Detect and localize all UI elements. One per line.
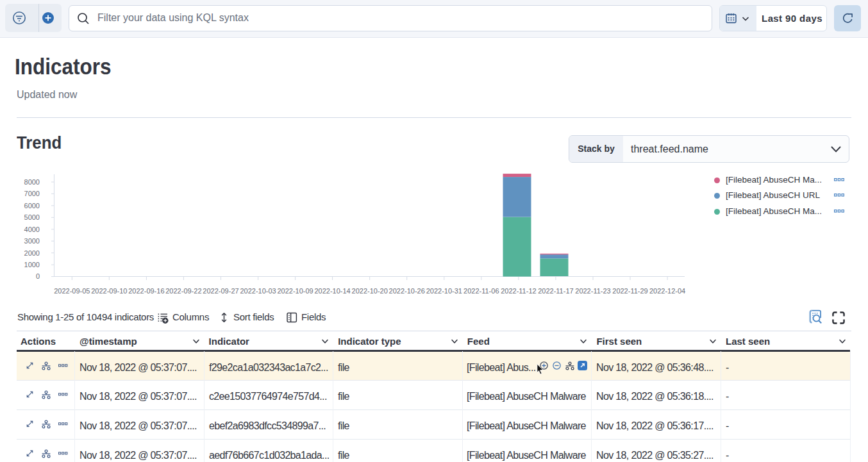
svg-text:2022-11-06: 2022-11-06 bbox=[463, 287, 499, 295]
svg-text:2022-09-27: 2022-09-27 bbox=[203, 287, 238, 295]
svg-text:2022-11-23: 2022-11-23 bbox=[575, 287, 610, 295]
svg-text:2022-12-04: 2022-12-04 bbox=[649, 287, 685, 295]
svg-text:2022-10-31: 2022-10-31 bbox=[426, 287, 462, 295]
svg-text:7000: 7000 bbox=[24, 190, 40, 197]
svg-text:2022-10-09: 2022-10-09 bbox=[277, 287, 313, 295]
svg-text:1000: 1000 bbox=[24, 261, 40, 268]
svg-text:2022-09-05: 2022-09-05 bbox=[54, 287, 90, 295]
svg-text:2022-10-03: 2022-10-03 bbox=[240, 287, 276, 295]
svg-text:5000: 5000 bbox=[24, 213, 40, 221]
svg-text:6000: 6000 bbox=[24, 202, 40, 210]
svg-text:2022-10-14: 2022-10-14 bbox=[314, 287, 350, 295]
svg-text:0: 0 bbox=[36, 272, 40, 280]
svg-text:2000: 2000 bbox=[24, 249, 40, 257]
svg-text:3000: 3000 bbox=[24, 237, 40, 245]
svg-text:2022-10-26: 2022-10-26 bbox=[389, 287, 425, 295]
svg-text:8000: 8000 bbox=[24, 178, 40, 186]
svg-text:2022-09-10: 2022-09-10 bbox=[91, 287, 127, 295]
svg-text:2022-11-12: 2022-11-12 bbox=[501, 287, 536, 295]
svg-text:2022-11-17: 2022-11-17 bbox=[538, 287, 573, 295]
svg-text:2022-11-29: 2022-11-29 bbox=[612, 287, 647, 295]
svg-text:2022-10-20: 2022-10-20 bbox=[352, 287, 388, 295]
svg-text:2022-09-16: 2022-09-16 bbox=[128, 287, 164, 295]
svg-text:4000: 4000 bbox=[24, 226, 40, 233]
svg-text:2022-09-22: 2022-09-22 bbox=[165, 287, 201, 295]
